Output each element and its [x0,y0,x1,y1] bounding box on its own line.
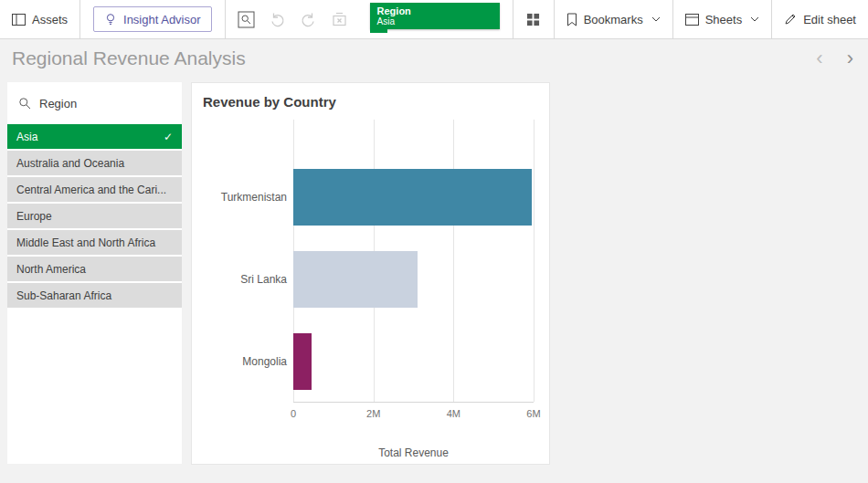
bar-category-label: Sri Lanka [192,273,293,286]
list-item-label: Sub-Saharan Africa [16,289,111,302]
x-tick-label: 4M [447,408,460,419]
divider [225,0,226,38]
qlik-app-window: Assets Insight Advisor [0,0,868,483]
app-overview-button[interactable] [513,0,554,38]
bar-category-label: Mongolia [192,355,293,368]
assets-button[interactable]: Assets [0,0,79,38]
list-item-label: Australia and Oceania [16,157,124,170]
divider [79,0,80,38]
list-item-label: North America [16,263,86,276]
sheet-navigation: ‹ › [816,48,868,68]
edit-sheet-label: Edit sheet [803,13,856,26]
step-back-button [262,0,293,38]
bar-row: Turkmenistan [192,156,534,238]
sheets-icon [685,14,699,26]
bar-mongolia[interactable] [293,333,312,390]
next-sheet-button[interactable]: › [847,48,853,68]
bar-track [293,169,534,226]
gridline [534,120,535,402]
list-item-middle-east-north-africa[interactable]: Middle East and North Africa [7,230,182,255]
undo-arrow-icon [270,12,285,27]
selections-tool-button[interactable] [231,0,262,38]
list-item-australia-and-oceania[interactable]: Australia and Oceania [7,151,182,175]
bookmarks-label: Bookmarks [584,13,643,26]
revenue-by-country-panel: Revenue by Country TurkmenistanSri Lanka… [191,82,550,465]
bookmark-icon [566,13,577,26]
x-tick-label: 2M [366,408,380,419]
clear-selections-button [324,0,355,38]
previous-sheet-button[interactable]: ‹ [816,48,822,68]
sheet-title-bar: Regional Revenue Analysis ‹ › [0,39,868,77]
edit-sheet-button[interactable]: Edit sheet [772,0,868,38]
filter-header: Region [7,82,182,124]
insight-advisor-label: Insight Advisor [123,13,201,26]
chevron-down-icon [750,16,759,22]
sheets-label: Sheets [705,13,742,26]
pencil-icon [784,13,797,26]
bar-track [293,333,534,390]
redo-arrow-icon [301,12,316,27]
selections-search-icon [238,11,255,28]
list-item-europe[interactable]: Europe [7,204,182,228]
lightbulb-icon [104,13,117,26]
step-forward-button [293,0,324,38]
region-filter-panel: Region Asia ✓ Australia and Oceania Cent… [7,82,182,464]
check-icon: ✓ [164,131,173,143]
x-axis-title: Total Revenue [293,446,534,459]
clear-selections-icon [332,12,347,27]
selection-ratio-fill [370,29,388,33]
bar-chart: TurkmenistanSri LankaMongolia [192,120,549,403]
bar-row: Mongolia [192,320,534,403]
chevron-down-icon [651,16,661,22]
selection-chip-region[interactable]: Region Asia [370,3,500,33]
bar-row: Sri Lanka [192,238,534,320]
selection-field-name: Region [377,5,492,16]
bar-sri-lanka[interactable] [293,251,418,308]
bar-turkmenistan[interactable] [293,169,532,226]
list-item-sub-saharan-africa[interactable]: Sub-Saharan Africa [7,283,182,308]
x-tick-label: 6M [526,408,540,419]
list-item-label: Middle East and North Africa [16,236,155,249]
selection-ratio-track [370,29,500,33]
selection-value: Asia [377,16,492,27]
insight-advisor-button[interactable]: Insight Advisor [93,6,212,32]
list-item-label: Central America and the Cari... [16,184,166,196]
sheets-button[interactable]: Sheets [673,0,771,38]
list-item-asia[interactable]: Asia ✓ [7,124,182,149]
search-icon[interactable] [18,97,31,110]
toolbar-right-group: Bookmarks Sheets Edit [513,0,868,38]
list-item-label: Asia [16,131,37,143]
grid-icon [526,13,540,26]
assets-panel-icon [12,14,26,26]
list-item-central-america[interactable]: Central America and the Cari... [7,177,182,202]
bookmarks-button[interactable]: Bookmarks [555,0,672,38]
chart-title: Revenue by Country [192,83,549,110]
x-tick-label: 0 [291,408,296,419]
bar-track [293,251,534,308]
filter-field-title: Region [39,97,77,110]
region-list: Asia ✓ Australia and Oceania Central Ame… [7,124,182,308]
toolbar: Assets Insight Advisor [0,0,868,39]
bar-rows: TurkmenistanSri LankaMongolia [192,120,534,403]
sheet-title: Regional Revenue Analysis [12,47,816,69]
list-item-label: Europe [16,210,52,223]
bar-category-label: Turkmenistan [192,191,293,204]
list-item-north-america[interactable]: North America [7,257,182,281]
assets-label: Assets [32,13,68,26]
x-axis-ticks: 02M4M6M [293,408,534,422]
selection-chip-body: Region Asia [370,3,500,29]
